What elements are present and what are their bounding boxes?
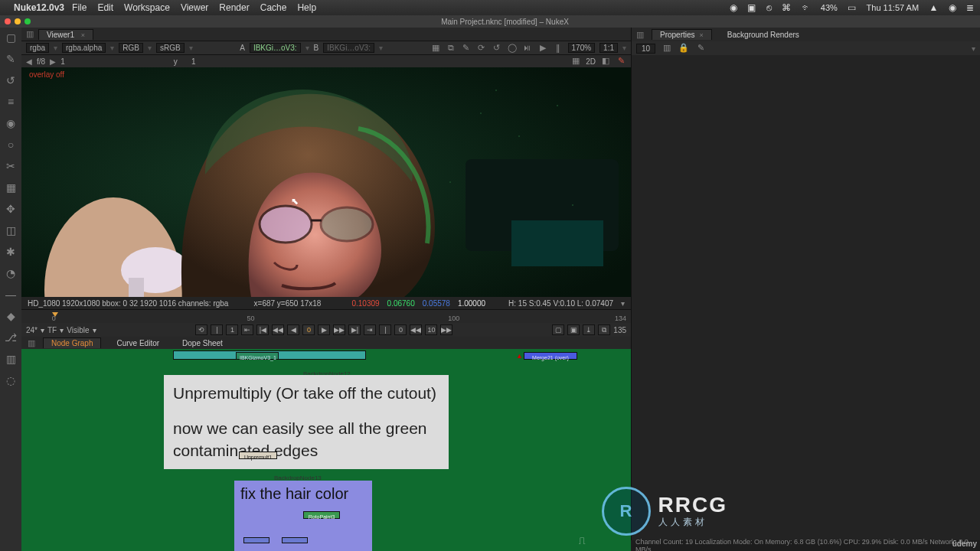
node-unpremult[interactable]: Unpremult1 bbox=[239, 452, 277, 459]
tool-icon[interactable]: ✥ bbox=[4, 202, 18, 216]
tool-icon[interactable]: ◉ bbox=[4, 116, 18, 130]
node-ibk[interactable]: IBKGizmoV3_1 bbox=[236, 352, 279, 360]
tool-icon[interactable]: ▦ bbox=[4, 181, 18, 194]
step-back[interactable]: ◀◀ bbox=[272, 324, 284, 335]
max-panels[interactable]: 10 bbox=[636, 44, 655, 54]
wifi-icon[interactable]: ᯤ bbox=[802, 2, 811, 13]
play-back[interactable]: ◀ bbox=[287, 324, 299, 335]
sub-icon[interactable]: ◧ bbox=[600, 56, 611, 67]
menu-edit[interactable]: Edit bbox=[97, 2, 113, 13]
status-icon-3[interactable]: ⎋ bbox=[766, 2, 772, 13]
play-btn[interactable]: ◀◀ bbox=[410, 324, 422, 335]
play-btn[interactable]: ⟲ bbox=[195, 324, 207, 335]
play-forward[interactable]: ▶ bbox=[318, 324, 330, 335]
play-btn[interactable]: 0 bbox=[394, 324, 407, 335]
window-close-icon[interactable] bbox=[5, 18, 11, 24]
channel-select[interactable]: rgba bbox=[26, 43, 49, 53]
fstop[interactable]: f/8 bbox=[37, 57, 45, 66]
menu-viewer[interactable]: Viewer bbox=[181, 2, 208, 13]
nav-prev-icon[interactable]: ◀ bbox=[26, 57, 32, 66]
tool-icon[interactable]: ▢ bbox=[4, 31, 18, 44]
window-minimize-icon[interactable] bbox=[15, 18, 21, 24]
play-btn[interactable]: ▶| bbox=[348, 324, 361, 335]
tool-icon[interactable]: ○ bbox=[4, 138, 18, 152]
tool-icon[interactable]: ✱ bbox=[4, 245, 18, 259]
node-small[interactable] bbox=[243, 537, 270, 543]
tab-close-icon[interactable]: × bbox=[700, 31, 704, 39]
user-icon[interactable]: ▲ bbox=[929, 2, 938, 13]
tool-icon[interactable]: ◫ bbox=[4, 223, 18, 237]
viewer-icon[interactable]: ↺ bbox=[492, 43, 502, 54]
viewer-canvas[interactable]: overlay off bbox=[21, 67, 631, 297]
pixel-ratio[interactable]: 1:1 bbox=[599, 43, 618, 53]
current-frame[interactable]: 0 bbox=[302, 324, 315, 335]
spotlight-icon[interactable]: ◉ bbox=[949, 2, 956, 13]
tool-icon[interactable]: ✂ bbox=[4, 159, 18, 173]
colormode-select[interactable]: RGB bbox=[119, 43, 143, 53]
viewer-icon[interactable]: ⏯ bbox=[522, 43, 533, 54]
sub-icon[interactable]: ▦ bbox=[570, 56, 581, 67]
window-zoom-icon[interactable] bbox=[24, 18, 31, 24]
play-btn[interactable]: | bbox=[211, 324, 223, 335]
viewer-icon[interactable]: ⟳ bbox=[476, 43, 487, 54]
menu-cache[interactable]: Cache bbox=[260, 2, 287, 13]
play-btn[interactable]: ⇥ bbox=[364, 324, 376, 335]
clear-icon[interactable]: ▥ bbox=[662, 43, 672, 54]
node-graph[interactable]: ▥ Node Graph Curve Editor Dope Sheet IBK… bbox=[21, 337, 631, 551]
tool-icon[interactable]: ≡ bbox=[4, 95, 18, 109]
tab-nodegraph[interactable]: Node Graph bbox=[43, 337, 101, 348]
play-btn[interactable]: |◀ bbox=[256, 324, 269, 335]
tab-curveeditor[interactable]: Curve Editor bbox=[109, 338, 167, 348]
menu-help[interactable]: Help bbox=[297, 2, 316, 13]
nav-next-icon[interactable]: ▶ bbox=[50, 57, 56, 66]
fps[interactable]: 24* bbox=[26, 326, 38, 334]
app-name[interactable]: Nuke12.0v3 bbox=[14, 2, 64, 13]
y-value[interactable]: 1 bbox=[182, 57, 205, 66]
viewer-icon[interactable]: ◯ bbox=[507, 43, 518, 54]
visibility[interactable]: Visible bbox=[67, 326, 89, 334]
gamma[interactable]: 1 bbox=[60, 57, 65, 66]
play-btn[interactable]: | bbox=[379, 324, 391, 335]
tool-icon[interactable]: ◔ bbox=[4, 266, 18, 280]
tool-icon[interactable]: ✎ bbox=[4, 52, 18, 66]
viewer-icon[interactable]: ▦ bbox=[430, 43, 441, 54]
chevron-down-icon[interactable]: ▾ bbox=[972, 44, 975, 53]
frame-first[interactable]: 1 bbox=[226, 324, 238, 335]
status-icon-1[interactable]: ◉ bbox=[730, 2, 737, 13]
tool-icon[interactable]: ⎇ bbox=[4, 331, 18, 344]
menu-render[interactable]: Render bbox=[219, 2, 249, 13]
input-a[interactable]: IBKGi…oV3: bbox=[250, 43, 301, 53]
menu-workspace[interactable]: Workspace bbox=[124, 2, 170, 13]
play-opt[interactable]: ▣ bbox=[567, 324, 580, 335]
play-opt[interactable]: ⧉ bbox=[598, 324, 610, 335]
tab-viewer1[interactable]: Viewer1 × bbox=[38, 29, 93, 40]
tab-properties[interactable]: Properties× bbox=[652, 29, 712, 40]
play-opt[interactable]: ▢ bbox=[552, 324, 564, 335]
tool-icon[interactable]: ↺ bbox=[4, 73, 18, 87]
lut-select[interactable]: sRGB bbox=[156, 43, 185, 53]
node-merge[interactable]: Merge21 (over) bbox=[524, 352, 577, 360]
tool-icon[interactable]: ◆ bbox=[4, 309, 18, 323]
view-mode[interactable]: 2D bbox=[586, 57, 596, 66]
viewer-icon[interactable]: ⧉ bbox=[446, 43, 456, 54]
tab-close-icon[interactable]: × bbox=[81, 31, 85, 39]
timeline[interactable]: 0 50 100 134 bbox=[21, 309, 631, 323]
clock[interactable]: Thu 11:57 AM bbox=[867, 3, 920, 12]
tab-bgrenders[interactable]: Background Renders bbox=[720, 30, 807, 40]
sub-icon[interactable]: ✎ bbox=[616, 56, 626, 67]
frame-end[interactable]: 135 bbox=[613, 326, 626, 334]
battery-icon[interactable]: ▭ bbox=[848, 2, 856, 13]
node-rotopaint[interactable]: RotoPaint3 bbox=[303, 511, 340, 519]
layer-select[interactable]: rgba.alpha bbox=[62, 43, 106, 53]
viewer-icon[interactable]: ✎ bbox=[461, 43, 472, 54]
tool-icon[interactable]: — bbox=[4, 288, 18, 302]
node-small[interactable] bbox=[282, 537, 308, 543]
tool-icon[interactable]: ▥ bbox=[4, 352, 18, 366]
tf[interactable]: TF bbox=[47, 326, 57, 334]
step-forward[interactable]: ▶▶ bbox=[333, 324, 345, 335]
input-b[interactable]: IBKGi…oV3: bbox=[323, 43, 374, 53]
lock-icon[interactable]: 🔒 bbox=[678, 43, 689, 54]
menu-file[interactable]: File bbox=[72, 2, 87, 13]
play-btn[interactable]: ⇤ bbox=[241, 324, 253, 335]
play-btn[interactable]: ▶▶ bbox=[440, 324, 452, 335]
